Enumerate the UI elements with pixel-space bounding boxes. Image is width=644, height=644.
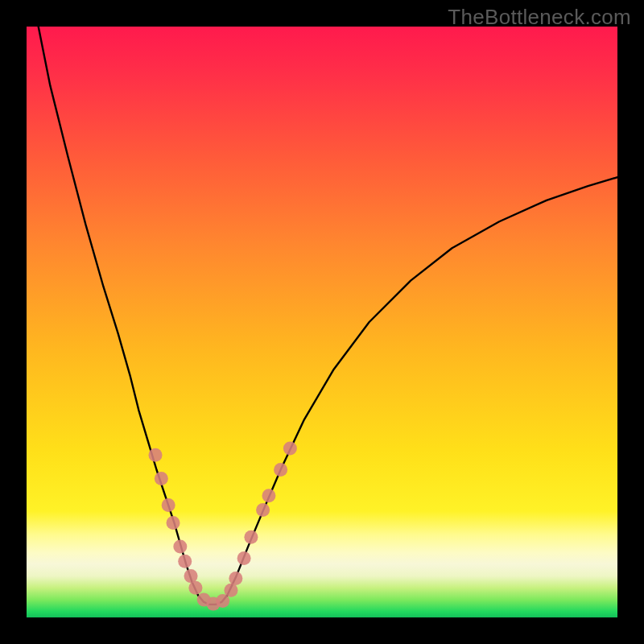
highlight-dot (155, 472, 168, 485)
curve-overlay (27, 27, 617, 617)
highlight-dot (274, 463, 287, 477)
highlight-dot (283, 442, 297, 456)
highlight-dot (188, 581, 202, 595)
highlight-dot (237, 551, 251, 565)
highlight-dot (173, 539, 187, 553)
highlight-dot (256, 503, 270, 517)
highlight-dot (229, 572, 242, 585)
highlight-dot (244, 530, 258, 544)
highlight-dot (262, 489, 275, 502)
highlight-dot (178, 555, 192, 568)
bottleneck-curve (39, 27, 617, 605)
highlight-dot (184, 569, 198, 583)
highlight-dot (149, 448, 163, 462)
highlight-dot (162, 498, 175, 512)
plot-area (27, 27, 617, 617)
chart-frame: TheBottleneck.com (0, 0, 644, 644)
highlight-dot (167, 516, 180, 530)
highlight-dots (149, 442, 297, 611)
curve-path (39, 27, 617, 605)
highlight-dot (224, 584, 237, 597)
